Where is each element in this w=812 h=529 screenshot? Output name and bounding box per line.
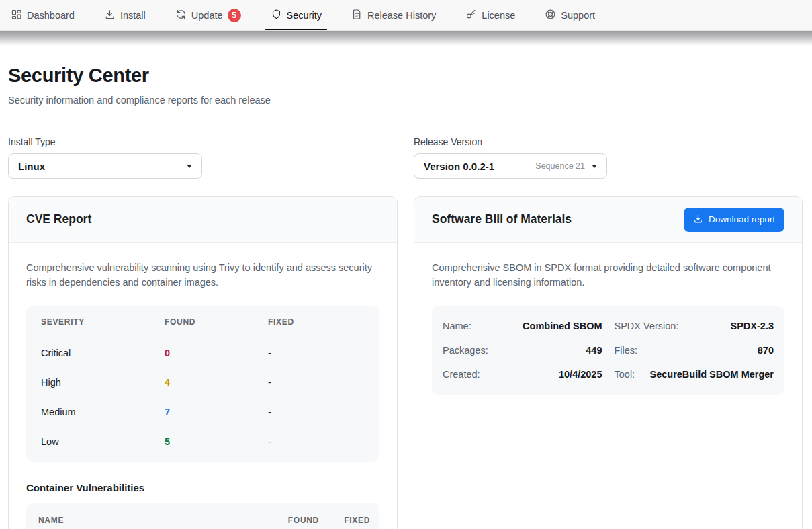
nav-item-dashboard[interactable]: Dashboard (4, 0, 81, 30)
found-count: 7 (165, 407, 268, 417)
detail-label: SPDX Version: (615, 321, 679, 331)
table-row-high: High 4 - (26, 368, 379, 397)
detail-packages: Packages: 449 (443, 338, 602, 362)
fixed-count: - (268, 407, 365, 417)
download-icon (693, 214, 703, 226)
detail-label: Created: (443, 369, 480, 380)
container-table-header: NAME FOUND FIXED (26, 503, 379, 529)
found-count: 0 (165, 348, 268, 358)
release-version-select[interactable]: Version 0.0.2-1 Sequence 21 (414, 153, 607, 179)
detail-tool: Tool: SecureBuild SBOM Merger (615, 362, 774, 386)
sbom-details-panel: Name: Combined SBOM SPDX Version: SPDX-2… (432, 306, 784, 395)
cve-report-card: CVE Report Comprehensive vulnerability s… (8, 196, 398, 529)
top-nav: Dashboard Install Update 5 Security Rele… (0, 0, 812, 31)
nav-item-support[interactable]: Support (538, 0, 602, 30)
detail-name: Name: Combined SBOM (443, 314, 602, 338)
cards-row: CVE Report Comprehensive vulnerability s… (8, 196, 804, 529)
nav-label: Dashboard (27, 10, 75, 21)
severity-label: Critical (41, 348, 165, 358)
key-icon (465, 9, 477, 22)
severity-label: High (41, 377, 165, 388)
severity-table-header: SEVERITY FOUND FIXED (26, 306, 379, 338)
nav-label: License (482, 10, 515, 21)
sbom-description: Comprehensive SBOM in SPDX format provid… (432, 260, 784, 290)
main-content: Security Center Security information and… (0, 65, 812, 529)
detail-value: SPDX-2.3 (731, 321, 774, 331)
sbom-card: Software Bill of Materials Download repo… (414, 196, 803, 529)
nav-label: Install (120, 10, 146, 21)
container-vulnerabilities-heading: Container Vulnerabilities (26, 482, 379, 493)
col-found: FOUND (277, 516, 319, 525)
table-row-low: Low 5 - (26, 427, 379, 456)
col-name: NAME (38, 516, 263, 525)
sbom-card-header: Software Bill of Materials Download repo… (414, 197, 802, 243)
chevron-down-icon (592, 165, 597, 168)
cve-description: Comprehensive vulnerability scanning usi… (26, 260, 379, 290)
download-icon (104, 9, 116, 22)
detail-label: Tool: (615, 369, 635, 380)
dashboard-icon (11, 9, 22, 22)
found-count: 4 (165, 377, 268, 388)
nav-shadow-strip (0, 31, 812, 46)
col-fixed: FIXED (268, 317, 365, 327)
shield-icon (271, 9, 282, 22)
release-version-value: Version 0.0.2-1 (424, 161, 494, 172)
detail-label: Name: (443, 321, 471, 331)
detail-value: 10/4/2025 (559, 369, 602, 380)
cve-card-title: CVE Report (26, 212, 91, 227)
nav-item-license[interactable]: License (459, 0, 522, 30)
detail-label: Files: (615, 345, 638, 356)
nav-item-release-history[interactable]: Release History (345, 0, 443, 30)
col-severity: SEVERITY (41, 317, 165, 327)
sbom-card-body: Comprehensive SBOM in SPDX format provid… (414, 243, 802, 412)
detail-files: Files: 870 (615, 338, 774, 362)
detail-value: 870 (758, 345, 774, 356)
detail-spdx-version: SPDX Version: SPDX-2.3 (615, 314, 774, 338)
page-subtitle: Security information and compliance repo… (8, 95, 804, 106)
col-fixed: FIXED (334, 516, 370, 525)
update-count-badge: 5 (228, 9, 241, 22)
severity-label: Low (41, 436, 165, 447)
nav-label: Security (287, 10, 322, 21)
nav-item-security[interactable]: Security (264, 0, 328, 30)
fixed-count: - (268, 436, 365, 447)
table-row-critical: Critical 0 - (26, 338, 379, 368)
detail-value: Combined SBOM (523, 321, 602, 331)
severity-table: SEVERITY FOUND FIXED Critical 0 - High 4… (26, 306, 379, 462)
col-found: FOUND (165, 317, 268, 327)
install-type-value: Linux (18, 161, 45, 172)
severity-label: Medium (41, 407, 165, 417)
nav-item-install[interactable]: Install (97, 0, 152, 30)
detail-value: SecureBuild SBOM Merger (649, 369, 774, 380)
nav-label: Support (561, 10, 595, 21)
detail-created: Created: 10/4/2025 (443, 362, 602, 386)
nav-item-update[interactable]: Update 5 (169, 0, 248, 30)
refresh-icon (175, 9, 187, 22)
lifebuoy-icon (545, 9, 556, 22)
cve-card-body: Comprehensive vulnerability scanning usi… (9, 243, 397, 529)
install-type-field: Install Type Linux (8, 136, 398, 179)
filters-row: Install Type Linux Release Version Versi… (8, 136, 804, 179)
detail-value: 449 (586, 345, 602, 356)
found-count: 5 (165, 436, 268, 447)
release-version-sequence: Sequence 21 (535, 161, 585, 171)
detail-label: Packages: (443, 345, 488, 356)
document-icon (351, 9, 363, 22)
fixed-count: - (268, 348, 365, 358)
page-title: Security Center (8, 65, 804, 87)
cve-card-header: CVE Report (9, 197, 397, 243)
release-version-field: Release Version Version 0.0.2-1 Sequence… (414, 136, 803, 179)
chevron-down-icon (187, 165, 192, 168)
install-type-select[interactable]: Linux (8, 153, 202, 179)
install-type-label: Install Type (8, 136, 398, 147)
fixed-count: - (268, 377, 365, 388)
release-version-label: Release Version (414, 136, 803, 147)
sbom-card-title: Software Bill of Materials (432, 212, 572, 227)
download-report-button[interactable]: Download report (684, 208, 784, 232)
download-report-label: Download report (709, 214, 775, 225)
nav-label: Update (191, 10, 223, 21)
table-row-medium: Medium 7 - (26, 397, 379, 427)
nav-label: Release History (367, 10, 436, 21)
